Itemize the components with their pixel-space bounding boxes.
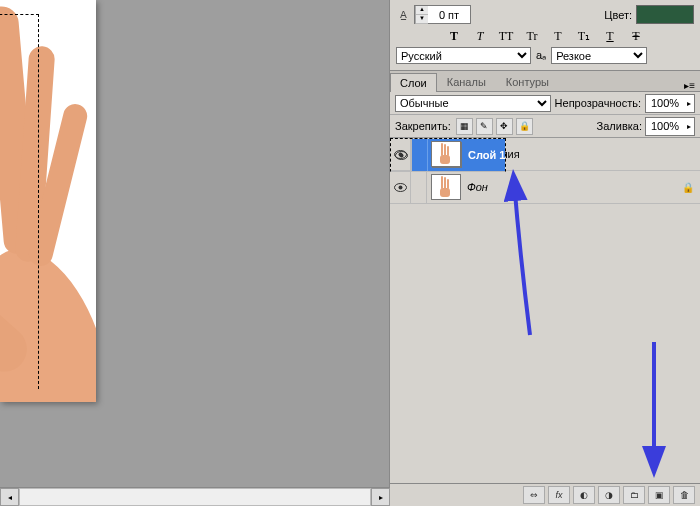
type-allcaps[interactable]: TT [496,28,516,44]
opacity-field[interactable]: ▸ [645,94,695,113]
marching-ants-selection [0,14,39,389]
tab-layers[interactable]: Слои [390,73,437,92]
layer-thumbnail[interactable] [431,141,461,167]
document-window[interactable] [0,0,96,402]
layer-list: Слой 1 Фон копия [390,138,700,483]
horizontal-scrollbar[interactable]: ◂ ▸ [0,487,390,506]
color-label: Цвет: [604,9,632,21]
type-superscript[interactable]: T [548,28,568,44]
leading-field[interactable]: ▲▼ [414,5,471,24]
lock-transparency-icon[interactable]: ▦ [456,118,473,135]
type-style-toolbar: T T TT Tr T T₁ T Ŧ [396,28,694,44]
type-subscript[interactable]: T₁ [574,28,594,44]
fill-input[interactable] [646,118,684,135]
layer-row[interactable]: Фон 🔒 [390,171,700,204]
tab-paths[interactable]: Контуры [496,72,559,91]
language-select[interactable]: Русский [396,47,531,64]
layer-row[interactable]: Фон копия [390,138,700,171]
fill-field[interactable]: ▸ [645,117,695,136]
layer-panel-footer: ⇔ fx ◐ ◑ 🗀 ▣ 🗑 [390,483,700,506]
layer-name[interactable]: Фон [465,181,676,193]
layer-options-row: Обычные Непрозрачность: ▸ [390,92,700,115]
scroll-right-button[interactable]: ▸ [371,488,390,506]
blend-mode-select[interactable]: Обычные [395,95,551,112]
fill-label: Заливка: [597,120,642,132]
type-smallcaps[interactable]: Tr [522,28,542,44]
scroll-left-button[interactable]: ◂ [0,488,19,506]
layers-panel: Слои Каналы Контуры ▸≡ Обычные Непрозрач… [390,71,700,506]
layer-mask-icon[interactable]: ◐ [573,486,595,504]
link-layers-icon[interactable]: ⇔ [523,486,545,504]
leading-input[interactable] [428,6,470,23]
app-root: ◂ ▸ A̲ ▲▼ Цвет: T T TT Tr T [0,0,700,506]
type-bold[interactable]: T [444,28,464,44]
type-underline[interactable]: T [600,28,620,44]
text-color-swatch[interactable] [636,5,694,24]
lock-row: Закрепить: ▦ ✎ ✥ 🔒 Заливка: ▸ [390,115,700,138]
right-panels: A̲ ▲▼ Цвет: T T TT Tr T T₁ T Ŧ [389,0,700,506]
new-layer-icon[interactable]: ▣ [648,486,670,504]
antialias-label: aₐ [536,49,546,62]
svg-point-1 [399,153,403,157]
panel-tabs: Слои Каналы Контуры ▸≡ [390,71,700,92]
opacity-input[interactable] [646,95,684,112]
svg-point-5 [398,185,402,189]
lock-icon: 🔒 [676,182,700,193]
lock-position-icon[interactable]: ✥ [496,118,513,135]
lock-label: Закрепить: [395,120,451,132]
adjustment-layer-icon[interactable]: ◑ [598,486,620,504]
type-strikethrough[interactable]: Ŧ [626,28,646,44]
opacity-label: Непрозрачность: [555,97,641,109]
leading-icon: A̲ [396,8,410,22]
tab-channels[interactable]: Каналы [437,72,496,91]
antialias-select[interactable]: Резкое [551,47,647,64]
spin-up[interactable]: ▲ [416,6,428,15]
lock-all-icon[interactable]: 🔒 [516,118,533,135]
delete-layer-icon[interactable]: 🗑 [673,486,695,504]
visibility-toggle[interactable] [390,171,411,203]
character-panel: A̲ ▲▼ Цвет: T T TT Tr T T₁ T Ŧ [390,0,700,71]
scroll-track[interactable] [19,488,371,506]
layer-thumbnail[interactable] [431,174,461,200]
fx-icon[interactable]: fx [548,486,570,504]
lock-pixels-icon[interactable]: ✎ [476,118,493,135]
visibility-toggle[interactable] [391,139,412,171]
layer-name[interactable]: Слой 1 [466,149,505,161]
canvas-area[interactable]: ◂ ▸ [0,0,389,506]
new-group-icon[interactable]: 🗀 [623,486,645,504]
panel-menu-icon[interactable]: ▸≡ [679,80,700,91]
spin-down[interactable]: ▼ [416,15,428,24]
type-italic[interactable]: T [470,28,490,44]
